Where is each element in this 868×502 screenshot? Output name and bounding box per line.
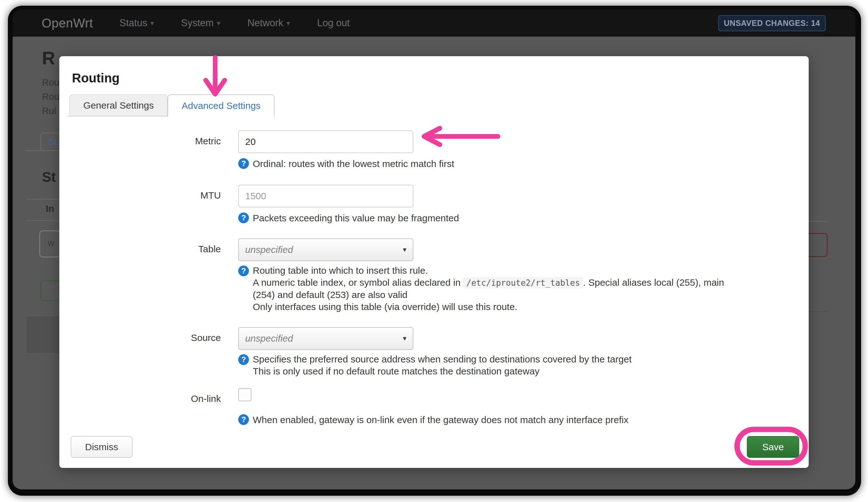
select-caret-icon: ▾ xyxy=(403,334,406,343)
help-icon: ? xyxy=(238,158,249,169)
mtu-help: ?Packets exceeding this value may be fra… xyxy=(238,212,799,225)
background-right-border xyxy=(809,221,828,222)
metric-row: Metric ?Ordinal: routes with the lowest … xyxy=(71,130,799,170)
source-help-line2: This is only used if no default route ma… xyxy=(253,365,799,377)
code-path: /etc/iproute2/rt_tables xyxy=(463,277,583,289)
table-border-top xyxy=(26,199,59,200)
background-right-border xyxy=(809,311,828,312)
onlink-checkbox[interactable] xyxy=(238,388,251,401)
tabs-underline xyxy=(68,116,164,117)
chevron-down-icon: ▾ xyxy=(151,19,154,27)
background-tab-border xyxy=(25,150,40,151)
help-icon: ? xyxy=(238,265,249,276)
source-help-line1: Specifies the preferred source address w… xyxy=(253,353,799,365)
table-select[interactable]: unspecified ▾ xyxy=(238,238,413,261)
source-label: Source xyxy=(71,327,238,377)
table-help-line2b: (254) and default (253) are also valid xyxy=(253,289,799,301)
chevron-down-icon: ▾ xyxy=(287,19,290,27)
background-input-fragment[interactable]: w xyxy=(40,230,60,257)
background-panel-fragment xyxy=(26,316,60,354)
top-navbar: OpenWrt Status▾ System▾ Network▾ Log out… xyxy=(13,9,855,37)
modal-tabs: General Settings Advanced Settings xyxy=(71,94,799,117)
page-intro-fragment: Rou Rou Rul xyxy=(42,75,59,118)
nav-item-network[interactable]: Network▾ xyxy=(247,17,290,29)
tab-advanced-settings[interactable]: Advanced Settings xyxy=(167,94,274,117)
table-help-line1: Routing table into which to insert this … xyxy=(253,264,799,277)
chevron-down-icon: ▾ xyxy=(217,19,220,27)
table-help-line2: A numeric table index, or symbol alias d… xyxy=(253,277,799,289)
help-icon: ? xyxy=(238,212,249,223)
save-button[interactable]: Save xyxy=(747,436,799,458)
brand-logo: OpenWrt xyxy=(42,16,93,30)
mtu-label: MTU xyxy=(71,185,238,225)
background-tab-fragment[interactable]: St xyxy=(40,133,61,151)
table-help: ? Routing table into which to insert thi… xyxy=(238,264,799,313)
nav-item-system[interactable]: System▾ xyxy=(181,17,220,29)
source-row: Source unspecified ▾ ? Specifies the pre… xyxy=(71,327,799,377)
metric-label: Metric xyxy=(71,130,238,170)
intro-line: Rou xyxy=(42,75,59,89)
onlink-help: ?When enabled, gateway is on-link even i… xyxy=(238,413,799,426)
dismiss-button[interactable]: Dismiss xyxy=(71,436,133,458)
routing-modal-dialog: Routing General Settings Advanced Settin… xyxy=(59,56,809,468)
modal-title: Routing xyxy=(72,71,799,86)
intro-line: Rul xyxy=(42,103,59,118)
metric-input[interactable] xyxy=(238,130,413,153)
mtu-input[interactable] xyxy=(238,185,413,208)
modal-form: Metric ?Ordinal: routes with the lowest … xyxy=(71,130,799,426)
onlink-label: On-link xyxy=(71,388,238,426)
table-help-line3: Only interfaces using this table (via ov… xyxy=(253,301,799,313)
nav-item-logout[interactable]: Log out xyxy=(317,17,350,29)
table-header-fragment: In xyxy=(46,203,54,214)
section-heading-fragment: St xyxy=(42,169,56,185)
table-row: Table unspecified ▾ ? Routing table into… xyxy=(71,238,799,313)
mtu-row: MTU ?Packets exceeding this value may be… xyxy=(71,185,799,225)
source-select[interactable]: unspecified ▾ xyxy=(238,327,413,350)
background-green-button-fragment[interactable] xyxy=(40,280,60,301)
intro-line: Rou xyxy=(42,89,59,103)
modal-footer: Dismiss Save xyxy=(71,436,799,458)
page-title-fragment: R xyxy=(42,47,55,69)
source-help: ? Specifies the preferred source address… xyxy=(238,353,799,377)
unsaved-changes-badge[interactable]: UNSAVED CHANGES: 14 xyxy=(718,15,826,31)
tab-general-settings[interactable]: General Settings xyxy=(70,94,167,117)
help-icon: ? xyxy=(238,354,249,365)
nav-item-status[interactable]: Status▾ xyxy=(120,17,154,29)
onlink-row: On-link ?When enabled, gateway is on-lin… xyxy=(71,388,799,426)
select-caret-icon: ▾ xyxy=(403,245,406,254)
table-label: Table xyxy=(71,238,238,313)
metric-help: ?Ordinal: routes with the lowest metric … xyxy=(238,157,799,170)
help-icon: ? xyxy=(238,414,249,425)
table-border-bottom xyxy=(26,220,59,221)
